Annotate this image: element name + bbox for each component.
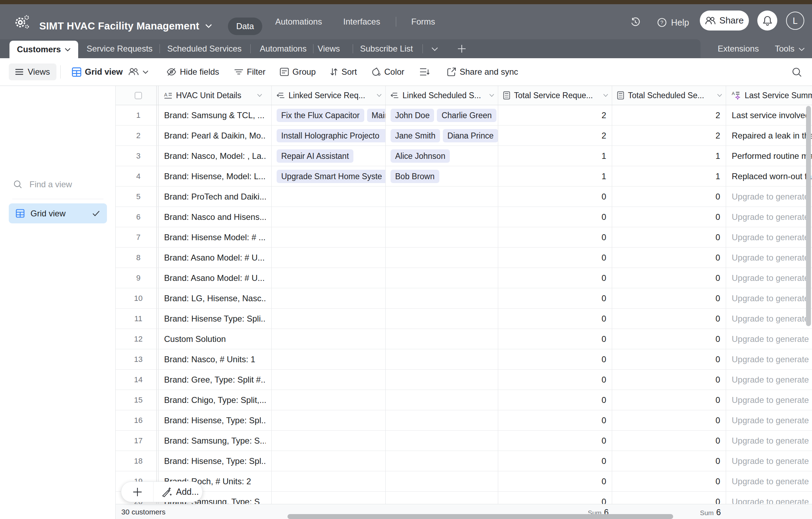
cell-total-scheduled-services[interactable]: 2 [612, 126, 726, 146]
cell-hvac-unit-details[interactable]: Brand: Asano Model: # U... [158, 248, 272, 268]
nav-interfaces[interactable]: Interfaces [343, 4, 380, 39]
cell-total-service-requests[interactable]: 0 [498, 471, 612, 491]
tab-overflow-chevron[interactable] [431, 47, 438, 51]
cell-hvac-unit-details[interactable]: Brand: Hisense, Model: L... [158, 166, 272, 186]
cell-linked-service-requests[interactable] [272, 451, 386, 471]
cell-linked-scheduled-services[interactable] [386, 248, 498, 268]
cell-total-service-requests[interactable]: 0 [498, 410, 612, 430]
cell-total-scheduled-services[interactable]: 0 [612, 309, 726, 329]
tab-service-requests[interactable]: Service Requests [87, 39, 153, 58]
cell-total-scheduled-services[interactable]: 0 [612, 431, 726, 451]
cell-total-service-requests[interactable]: 1 [498, 146, 612, 166]
cell-hvac-unit-details[interactable]: Brand: Hisense Model: # ... [158, 227, 272, 247]
cell-linked-scheduled-services[interactable] [386, 329, 498, 349]
cell-hvac-unit-details[interactable]: Brand: Hisense, Type: Spl... [158, 410, 272, 430]
cell-linked-service-requests[interactable]: Upgrade Smart Home Syste [272, 166, 386, 186]
cell-linked-service-requests[interactable] [272, 471, 386, 491]
cell-total-service-requests[interactable]: 0 [498, 207, 612, 227]
share-sync-button[interactable]: Share and sync [447, 58, 518, 86]
cell-total-service-requests[interactable]: 0 [498, 329, 612, 349]
table-row[interactable]: 20Brand: Samsung, Type: S00Upgrade to ge… [116, 492, 812, 504]
base-menu-chevron-icon[interactable] [205, 23, 212, 28]
cell-linked-scheduled-services[interactable]: John DoeCharlie Green [386, 105, 498, 125]
add-with-ai-button[interactable]: Add... [154, 487, 202, 497]
cell-total-scheduled-services[interactable]: 0 [612, 329, 726, 349]
select-all-checkbox[interactable] [135, 92, 142, 99]
cell-total-service-requests[interactable]: 0 [498, 288, 612, 308]
cell-total-scheduled-services[interactable]: 0 [612, 451, 726, 471]
table-row[interactable]: 14Brand: Gree, Type: Split #...00Upgrade… [116, 370, 812, 390]
cell-linked-service-requests[interactable] [272, 288, 386, 308]
cell-total-service-requests[interactable]: 0 [498, 492, 612, 504]
column-header-last-service-summary[interactable]: A Last Service Summ [726, 86, 812, 105]
cell-last-service-summary[interactable]: Upgrade to generate [726, 187, 812, 207]
cell-total-scheduled-services[interactable]: 0 [612, 492, 726, 504]
cell-total-scheduled-services[interactable]: 2 [612, 105, 726, 125]
cell-linked-scheduled-services[interactable]: Jane SmithDiana Prince [386, 126, 498, 146]
cell-linked-service-requests[interactable] [272, 410, 386, 430]
column-header-hvac-unit-details[interactable]: A HVAC Unit Details [158, 86, 272, 105]
cell-total-service-requests[interactable]: 1 [498, 166, 612, 186]
table-row[interactable]: 17Brand: Samsung, Type: S...00Upgrade to… [116, 431, 812, 451]
table-row[interactable]: 19Brand: Roch, # Units: 200Upgrade to ge… [116, 471, 812, 492]
column-header-linked-scheduled-services[interactable]: Linked Scheduled S... [386, 86, 498, 105]
cell-linked-service-requests[interactable] [272, 207, 386, 227]
cell-linked-scheduled-services[interactable] [386, 451, 498, 471]
cell-linked-scheduled-services[interactable] [386, 390, 498, 410]
cell-linked-scheduled-services[interactable]: Bob Brown [386, 166, 498, 186]
record-chip[interactable]: Main [367, 109, 385, 122]
cell-hvac-unit-details[interactable]: Brand: LG, Hisense, Nasc... [158, 288, 272, 308]
color-button[interactable]: Color [372, 58, 404, 86]
cell-total-service-requests[interactable]: 2 [498, 126, 612, 146]
vertical-scrollbar[interactable] [806, 106, 811, 326]
cell-total-service-requests[interactable]: 0 [498, 268, 612, 288]
cell-total-service-requests[interactable]: 0 [498, 309, 612, 329]
table-row[interactable]: 8Brand: Asano Model: # U...00Upgrade to … [116, 248, 812, 268]
group-button[interactable]: Group [280, 58, 316, 86]
app-logo-gears-icon[interactable] [13, 14, 29, 30]
tab-add-button[interactable] [457, 44, 467, 54]
cell-total-service-requests[interactable]: 0 [498, 187, 612, 207]
cell-linked-service-requests[interactable] [272, 492, 386, 504]
notifications-button[interactable] [757, 11, 777, 31]
cell-last-service-summary[interactable]: Upgrade to generate [726, 227, 812, 247]
cell-total-scheduled-services[interactable]: 0 [612, 410, 726, 430]
cell-total-service-requests[interactable]: 0 [498, 248, 612, 268]
cell-last-service-summary[interactable]: Last service involved [726, 105, 812, 125]
cell-hvac-unit-details[interactable]: Brand: Nasco, Model: , La... [158, 146, 272, 166]
views-toggle-button[interactable]: Views [9, 63, 56, 80]
summary-sum-scheduled[interactable]: Sum6 [700, 507, 721, 517]
sidebar-view-grid[interactable]: Grid view [9, 203, 107, 223]
cell-hvac-unit-details[interactable]: Custom Solution [158, 329, 272, 349]
add-record-button[interactable] [121, 482, 154, 502]
cell-total-scheduled-services[interactable]: 0 [612, 471, 726, 491]
cell-last-service-summary[interactable]: Upgrade to generate [726, 431, 812, 451]
cell-linked-service-requests[interactable]: Fix the Flux CapacitorMain [272, 105, 386, 125]
cell-hvac-unit-details[interactable]: Brand: ProTech and Daiki... [158, 187, 272, 207]
cell-linked-scheduled-services[interactable] [386, 410, 498, 430]
cell-hvac-unit-details[interactable]: Brand: Pearl & Daikin, Mo... [158, 126, 272, 146]
find-view-input[interactable] [29, 179, 97, 190]
tools-button[interactable]: Tools [775, 39, 794, 58]
column-header-total-service-requests[interactable]: Total Service Reque... [498, 86, 612, 105]
cell-last-service-summary[interactable]: Upgrade to generate [726, 248, 812, 268]
tab-customers[interactable]: Customers [9, 41, 78, 58]
tab-scheduled-services[interactable]: Scheduled Services [167, 39, 242, 58]
cell-linked-service-requests[interactable] [272, 268, 386, 288]
view-switcher[interactable]: Grid view [72, 58, 149, 86]
cell-total-scheduled-services[interactable]: 0 [612, 248, 726, 268]
filter-button[interactable]: Filter [234, 58, 265, 86]
table-row[interactable]: 15Brand: Chigo, Type: Split,...00Upgrade… [116, 390, 812, 410]
table-row[interactable]: 18Brand: Hisense, Type: Spl...00Upgrade … [116, 451, 812, 471]
cell-linked-service-requests[interactable] [272, 431, 386, 451]
record-chip[interactable]: Upgrade Smart Home Syste [277, 170, 385, 183]
cell-linked-service-requests[interactable] [272, 248, 386, 268]
cell-hvac-unit-details[interactable]: Brand: Hisense Type: Spli... [158, 309, 272, 329]
table-row[interactable]: 16Brand: Hisense, Type: Spl...00Upgrade … [116, 410, 812, 431]
table-row[interactable]: 13Brand: Nasco, # Units: 100Upgrade to g… [116, 349, 812, 370]
hide-fields-button[interactable]: Hide fields [167, 58, 219, 86]
cell-linked-service-requests[interactable] [272, 370, 386, 390]
cell-linked-scheduled-services[interactable] [386, 309, 498, 329]
cell-total-service-requests[interactable]: 0 [498, 227, 612, 247]
cell-linked-service-requests[interactable] [272, 227, 386, 247]
